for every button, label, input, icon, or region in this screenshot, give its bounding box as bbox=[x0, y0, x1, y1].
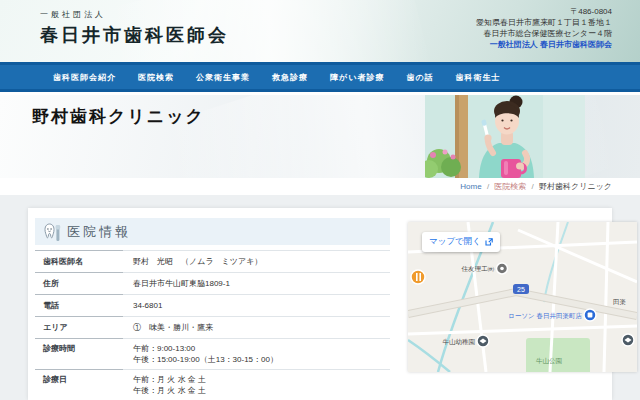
row-value: 午前：9:00-13:00 午後：15:00-19:00（土13：30-15：0… bbox=[123, 338, 390, 369]
route-number-badge: 25 bbox=[517, 286, 525, 293]
open-in-maps-button[interactable]: マップで開く bbox=[422, 232, 500, 252]
row-label: 歯科医師名 bbox=[35, 250, 123, 272]
page-banner: 野村歯科クリニック bbox=[0, 95, 640, 178]
section-title: 医院情報 bbox=[67, 223, 131, 241]
nav-item-about[interactable]: 歯科医師会紹介 bbox=[42, 72, 127, 83]
main-nav: 歯科医師会紹介 医院検索 公衆衛生事業 救急診療 障がい者診療 歯の話 歯科衛生… bbox=[0, 62, 640, 92]
nav-item-tooth-talk[interactable]: 歯の話 bbox=[395, 72, 444, 83]
table-row-dentist-name: 歯科医師名 野村 光昭 （ノムラ ミツアキ） bbox=[35, 250, 390, 272]
breadcrumb-separator: / bbox=[532, 182, 534, 191]
open-in-maps-label: マップで開く bbox=[429, 236, 481, 248]
postal-code: 〒486-0804 bbox=[476, 6, 612, 17]
table-row-open-days: 診療日 午前：月 火 水 金 土 午後：月 火 水 金 土 bbox=[35, 369, 390, 400]
row-label: 住所 bbox=[35, 272, 123, 294]
restaurant-icon bbox=[411, 270, 425, 284]
location-map[interactable]: 25 住友理工㈱ 田楽 ローソン 春日井田楽町店 牛山幼稚園 牛山公園 bbox=[408, 222, 637, 372]
map-label-park: 牛山公園 bbox=[536, 357, 562, 365]
table-row-hours: 診療時間 午前：9:00-13:00 午後：15:00-19:00（土13：30… bbox=[35, 338, 390, 369]
row-value: 午前：月 火 水 金 土 午後：月 火 水 金 土 bbox=[123, 369, 390, 400]
nav-item-emergency[interactable]: 救急診療 bbox=[261, 72, 319, 83]
row-value: 34-6801 bbox=[123, 294, 390, 316]
address-line-2: 春日井市総合保健医療センター４階 bbox=[476, 28, 612, 39]
nav-item-hygienist[interactable]: 歯科衛生士 bbox=[445, 72, 512, 83]
address-line-1: 愛知県春日井市鷹来町１丁目１番地１ bbox=[476, 17, 612, 28]
banner-photo bbox=[425, 95, 585, 178]
breadcrumb-home-link[interactable]: Home bbox=[460, 182, 481, 191]
row-label: 診療時間 bbox=[35, 338, 123, 369]
table-row-phone: 電話 34-6801 bbox=[35, 294, 390, 316]
logo-org-name: 春日井市歯科医師会 bbox=[40, 23, 229, 47]
header-contact-block: 〒486-0804 愛知県春日井市鷹来町１丁目１番地１ 春日井市総合保健医療セン… bbox=[476, 6, 612, 50]
logo-org-type: 一般社団法人 bbox=[40, 9, 229, 20]
org-home-link[interactable]: 一般社団法人 春日井市歯科医師会 bbox=[476, 39, 612, 50]
map-label-district: 田楽 bbox=[613, 298, 626, 306]
breadcrumb: Home / 医院検索 / 野村歯科クリニック bbox=[460, 181, 612, 192]
site-header: 一般社団法人 春日井市歯科医師会 〒486-0804 愛知県春日井市鷹来町１丁目… bbox=[0, 0, 640, 62]
external-link-icon bbox=[485, 238, 493, 246]
row-label: 診療日 bbox=[35, 369, 123, 400]
table-row-address: 住所 春日井市牛山町東脇1809-1 bbox=[35, 272, 390, 294]
tooth-icon bbox=[43, 221, 61, 242]
breadcrumb-search-link[interactable]: 医院検索 bbox=[494, 182, 526, 191]
page: 一般社団法人 春日井市歯科医師会 〒486-0804 愛知県春日井市鷹来町１丁目… bbox=[0, 0, 640, 400]
table-row-area: エリア ① 味美・勝川・鷹来 bbox=[35, 316, 390, 338]
nav-item-clinic-search[interactable]: 医院検索 bbox=[127, 72, 185, 83]
page-title: 野村歯科クリニック bbox=[32, 105, 205, 128]
clinic-info-table: 歯科医師名 野村 光昭 （ノムラ ミツアキ） 住所 春日井市牛山町東脇1809-… bbox=[35, 250, 390, 400]
nav-item-disability-care[interactable]: 障がい者診療 bbox=[319, 72, 395, 83]
breadcrumb-current: 野村歯科クリニック bbox=[539, 182, 612, 191]
row-value: 春日井市牛山町東脇1809-1 bbox=[123, 272, 390, 294]
woman-toothbrush-photo bbox=[425, 95, 585, 178]
row-value: ① 味美・勝川・鷹来 bbox=[123, 316, 390, 338]
nav-item-public-health[interactable]: 公衆衛生事業 bbox=[185, 72, 261, 83]
map-label-convenience: ローソン 春日井田楽町店 bbox=[508, 312, 582, 320]
map-label-kindergarten: 牛山幼稚園 bbox=[443, 338, 476, 346]
row-label: 電話 bbox=[35, 294, 123, 316]
map-label-company: 住友理工㈱ bbox=[462, 265, 495, 272]
breadcrumb-separator: / bbox=[487, 182, 489, 191]
row-label: エリア bbox=[35, 316, 123, 338]
row-value: 野村 光昭 （ノムラ ミツアキ） bbox=[123, 250, 390, 272]
section-header: 医院情報 bbox=[35, 218, 390, 245]
site-logo[interactable]: 一般社団法人 春日井市歯科医師会 bbox=[40, 9, 229, 47]
